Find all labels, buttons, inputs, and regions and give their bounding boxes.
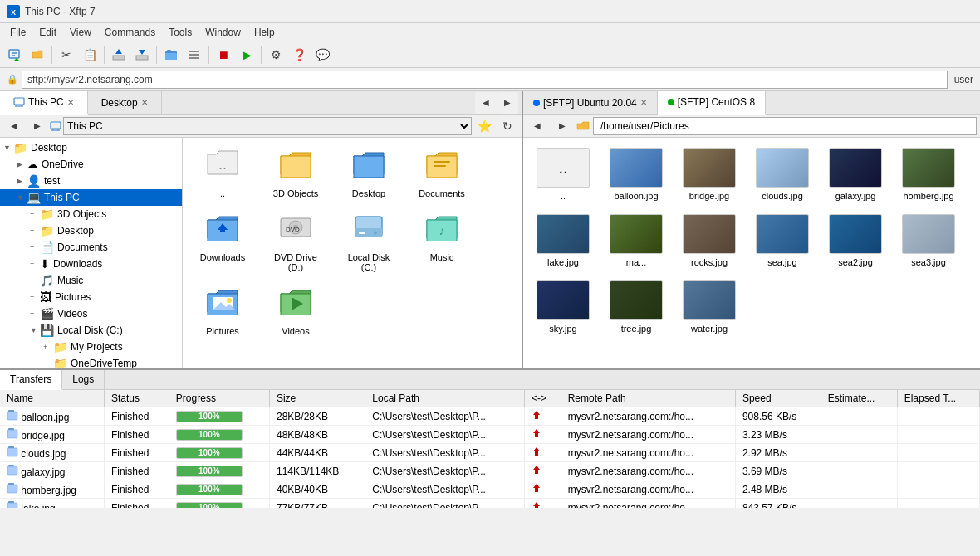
cell-local-path: C:\Users\test\Desktop\P... (365, 407, 525, 426)
sea-name: sea.jpg (767, 257, 796, 267)
left-forward[interactable]: ▶ (27, 115, 48, 137)
tree-my-projects[interactable]: + 📁 My Projects (0, 339, 182, 355)
tree-test[interactable]: ▶ 👤 test (0, 173, 182, 189)
col-estimate: Estimate... (821, 390, 897, 407)
transfer-tab-transfers[interactable]: Transfers (0, 370, 62, 390)
tree-desktop2[interactable]: + 📁 Desktop (0, 222, 182, 239)
tree-pictures[interactable]: + 🖼 Pictures (0, 289, 182, 305)
file-icon-pictures[interactable]: Pictures (189, 282, 256, 339)
file-icon-videos[interactable]: Videos (262, 282, 329, 339)
cell-estimate (821, 480, 897, 499)
svg-rect-26 (434, 165, 446, 167)
rocks-name: rocks.jpg (691, 257, 728, 267)
right-file-clouds[interactable]: clouds.jpg (749, 144, 816, 204)
sea2-thumb (829, 214, 882, 254)
file-icon-local-disk[interactable]: Local Disk (C:) (336, 208, 402, 276)
transfer-tab-logs[interactable]: Logs (62, 370, 105, 389)
tab-ubuntu-close[interactable]: ✕ (640, 98, 647, 107)
right-file-sky[interactable]: sky.jpg (530, 277, 596, 337)
tab-this-pc-close[interactable]: ✕ (67, 98, 74, 107)
right-file-sea[interactable]: sea.jpg (749, 211, 816, 271)
right-file-rocks[interactable]: rocks.jpg (676, 211, 742, 271)
homberg-thumb (902, 148, 955, 188)
right-file-ma[interactable]: ma... (603, 211, 669, 271)
right-back[interactable]: ◀ (527, 115, 548, 137)
tree-onedrivetemp[interactable]: 📁 OneDriveTemp (0, 355, 182, 368)
file-icon-parent[interactable]: .. .. (189, 144, 256, 202)
cell-elapsed (897, 426, 979, 444)
left-refresh[interactable]: ↻ (497, 115, 518, 137)
tab-desktop[interactable]: Desktop ✕ (88, 91, 162, 114)
toolbar-resume[interactable]: ▶ (236, 44, 257, 66)
toolbar-help[interactable]: ❓ (288, 44, 310, 66)
right-file-balloon[interactable]: balloon.jpg (603, 144, 669, 204)
tree-documents[interactable]: + 📄 Documents (0, 239, 182, 256)
left-bookmark[interactable]: ⭐ (473, 115, 495, 137)
tab-desktop-close[interactable]: ✕ (141, 98, 148, 107)
tab-centos[interactable]: [SFTP] CentOS 8 (658, 91, 766, 115)
svg-rect-55 (7, 466, 17, 475)
right-file-tree[interactable]: tree.jpg (603, 277, 669, 337)
tree-3dobjects[interactable]: + 📁 3D Objects (0, 206, 182, 222)
tab-this-pc[interactable]: This PC ✕ (0, 91, 88, 115)
right-file-sea2[interactable]: sea2.jpg (822, 211, 889, 271)
right-file-homberg[interactable]: homberg.jpg (895, 144, 962, 204)
toolbar-upload[interactable] (108, 44, 130, 66)
left-tab-next[interactable]: ▶ (497, 92, 518, 114)
address-input[interactable] (22, 71, 948, 89)
right-forward[interactable]: ▶ (551, 115, 573, 137)
galaxy-thumb (829, 148, 882, 188)
file-icon-music[interactable]: ♪ Music (409, 208, 475, 276)
toolbar-new-session[interactable] (3, 44, 25, 66)
tree-expand-videos: + (30, 310, 40, 318)
toolbar-download[interactable] (131, 44, 153, 66)
right-file-sea3[interactable]: sea3.jpg (895, 211, 962, 271)
right-file-water[interactable]: water.jpg (676, 277, 742, 337)
svg-rect-25 (434, 161, 450, 163)
toolbar-settings[interactable]: ⚙ (265, 44, 287, 66)
left-content: ▼ 📁 Desktop ▶ ☁ OneDrive ▶ 👤 test ▼ 💻 (0, 138, 522, 368)
file-icon-downloads[interactable]: Downloads (189, 208, 256, 276)
right-file-bridge[interactable]: bridge.jpg (676, 144, 742, 204)
right-file-lake[interactable]: lake.jpg (530, 211, 596, 271)
tree-desktop[interactable]: ▼ 📁 Desktop (0, 139, 182, 156)
file-icon-3dobjects[interactable]: 3D Objects (262, 144, 329, 202)
menu-file[interactable]: File (3, 25, 32, 40)
menu-tools[interactable]: Tools (162, 25, 198, 40)
menu-edit[interactable]: Edit (32, 25, 63, 40)
parent-thumb-icon: .. (558, 159, 567, 178)
left-path-dropdown[interactable]: This PC (63, 117, 472, 135)
parent-thumb: .. (537, 148, 590, 188)
menu-commands[interactable]: Commands (98, 25, 162, 40)
tree-onedrive[interactable]: ▶ ☁ OneDrive (0, 156, 182, 173)
toolbar-cut[interactable]: ✂ (56, 44, 77, 66)
file-icon-documents[interactable]: Documents (409, 144, 475, 202)
cell-elapsed (897, 407, 979, 426)
file-icon-desktop[interactable]: Desktop (336, 144, 402, 202)
toolbar-copy[interactable]: 📋 (79, 44, 100, 66)
tree-local-disk[interactable]: ▼ 💾 Local Disk (C:) (0, 322, 182, 339)
address-icon: 🔒 (7, 74, 18, 85)
menu-view[interactable]: View (63, 25, 98, 40)
tree-videos[interactable]: + 🎬 Videos (0, 305, 182, 322)
menu-help[interactable]: Help (247, 25, 282, 40)
tab-ubuntu[interactable]: [SFTP] Ubuntu 20.04 ✕ (523, 91, 658, 114)
cell-estimate (821, 407, 897, 426)
tree-this-pc[interactable]: ▼ 💻 This PC (0, 189, 182, 206)
left-tab-prev[interactable]: ◀ (475, 92, 497, 114)
left-back[interactable]: ◀ (3, 115, 25, 137)
toolbar-folder-view[interactable] (160, 44, 182, 66)
file-icon-dvd[interactable]: DVD DVD Drive (D:) (262, 208, 329, 276)
toolbar-stop[interactable]: ⏹ (213, 44, 234, 66)
right-file-galaxy[interactable]: galaxy.jpg (822, 144, 889, 204)
svg-marker-64 (533, 502, 540, 506)
svg-rect-45 (535, 415, 538, 419)
tree-music[interactable]: + 🎵 Music (0, 272, 182, 289)
toolbar-list-view[interactable] (184, 44, 205, 66)
col-remote-path: Remote Path (561, 390, 735, 407)
toolbar-open[interactable] (27, 44, 48, 66)
menu-window[interactable]: Window (198, 25, 247, 40)
tree-downloads[interactable]: + ⬇ Downloads (0, 256, 182, 272)
toolbar-chat[interactable]: 💬 (311, 44, 333, 66)
right-file-parent[interactable]: .. .. (530, 144, 596, 204)
